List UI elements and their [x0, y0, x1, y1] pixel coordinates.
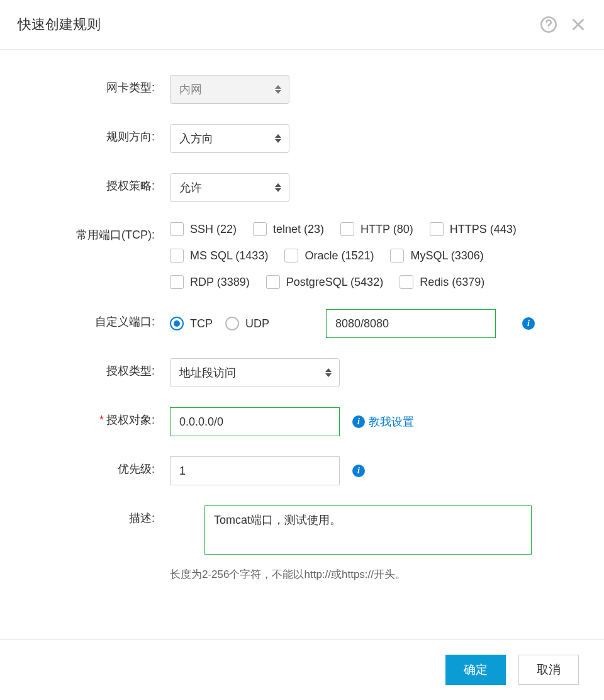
- row-custom-port: 自定义端口: TCP UDP i: [0, 309, 566, 338]
- dialog-footer: 确定 取消: [0, 639, 604, 700]
- checkbox-label: PostgreSQL (5432): [286, 276, 383, 289]
- quick-create-rule-dialog: 快速创建规则 网卡类型: 内网 规则: [0, 0, 604, 700]
- label-direction: 规则方向:: [0, 124, 170, 149]
- row-direction: 规则方向: 入方向: [0, 124, 566, 153]
- select-nic-type: 内网: [170, 75, 289, 104]
- label-auth-type: 授权类型:: [0, 358, 170, 383]
- chevron-updown-icon: [275, 85, 281, 94]
- checkbox-https-443[interactable]: HTTPS (443): [430, 222, 517, 236]
- checkbox-redis-6379[interactable]: Redis (6379): [400, 275, 484, 289]
- label-nic-type: 网卡类型:: [0, 75, 170, 100]
- link-teach-me[interactable]: i 教我设置: [352, 414, 414, 429]
- checkbox-telnet-23[interactable]: telnet (23): [253, 222, 324, 236]
- input-auth-target[interactable]: [170, 407, 340, 436]
- checkbox-label: HTTP (80): [361, 223, 413, 236]
- select-policy[interactable]: 允许: [170, 173, 289, 202]
- checkbox-mssql-1433[interactable]: MS SQL (1433): [170, 249, 268, 262]
- checkbox-oracle-1521[interactable]: Oracle (1521): [284, 249, 374, 262]
- radio-tcp[interactable]: TCP: [170, 317, 213, 330]
- checkbox-label: Oracle (1521): [305, 249, 374, 262]
- label-policy: 授权策略:: [0, 173, 170, 198]
- checkbox-label: SSH (22): [190, 223, 237, 236]
- checkbox-mysql-3306[interactable]: MySQL (3306): [390, 249, 483, 262]
- input-custom-port[interactable]: [326, 309, 496, 338]
- checkbox-label: MS SQL (1433): [190, 249, 268, 262]
- chevron-updown-icon: [275, 183, 281, 192]
- radio-udp-label: UDP: [245, 317, 269, 330]
- cancel-button[interactable]: 取消: [518, 655, 579, 685]
- checkbox-label: Redis (6379): [420, 276, 484, 289]
- chevron-updown-icon: [325, 368, 332, 377]
- row-common-ports: 常用端口(TCP): SSH (22) telnet (23) HTTP (80…: [0, 222, 566, 289]
- select-auth-type-value: 地址段访问: [179, 365, 236, 380]
- info-icon: i: [352, 415, 365, 428]
- form-body: 网卡类型: 内网 规则方向: 入方向: [0, 50, 604, 639]
- label-auth-target: *授权对象:: [0, 407, 170, 432]
- checkbox-ssh-22[interactable]: SSH (22): [170, 222, 237, 236]
- select-nic-type-value: 内网: [179, 82, 202, 97]
- checkbox-rdp-3389[interactable]: RDP (3389): [170, 275, 250, 289]
- checkbox-http-80[interactable]: HTTP (80): [340, 222, 413, 236]
- row-policy: 授权策略: 允许: [0, 173, 566, 202]
- header-actions: [540, 16, 586, 33]
- checkbox-label: telnet (23): [273, 223, 324, 236]
- chevron-updown-icon: [275, 134, 281, 143]
- dialog-title: 快速创建规则: [18, 15, 101, 34]
- row-auth-target: *授权对象: i 教我设置: [0, 407, 566, 436]
- dialog-header: 快速创建规则: [0, 0, 604, 50]
- label-description: 描述:: [0, 505, 170, 531]
- row-nic-type: 网卡类型: 内网: [0, 75, 566, 104]
- checkbox-label: MySQL (3306): [410, 249, 483, 262]
- checkbox-label: RDP (3389): [190, 276, 250, 289]
- row-description: 描述: 长度为2-256个字符，不能以http://或https://开头。: [0, 505, 566, 582]
- label-common-ports: 常用端口(TCP):: [0, 222, 170, 247]
- radio-tcp-label: TCP: [190, 317, 213, 330]
- row-auth-type: 授权类型: 地址段访问: [0, 358, 566, 387]
- checkbox-postgresql-5432[interactable]: PostgreSQL (5432): [266, 275, 383, 289]
- select-policy-value: 允许: [179, 180, 202, 195]
- select-direction[interactable]: 入方向: [170, 124, 289, 153]
- label-priority: 优先级:: [0, 456, 170, 482]
- checkbox-label: HTTPS (443): [450, 223, 517, 236]
- select-auth-type[interactable]: 地址段访问: [170, 358, 340, 387]
- info-icon[interactable]: i: [522, 317, 535, 330]
- label-custom-port: 自定义端口:: [0, 309, 170, 334]
- close-icon[interactable]: [570, 16, 586, 33]
- link-teach-me-label: 教我设置: [369, 414, 414, 429]
- svg-point-1: [548, 28, 549, 29]
- select-direction-value: 入方向: [179, 131, 213, 146]
- info-icon[interactable]: i: [352, 465, 365, 477]
- description-hint: 长度为2-256个字符，不能以http://或https://开头。: [170, 567, 566, 582]
- help-icon[interactable]: [540, 16, 557, 33]
- input-priority[interactable]: [170, 456, 340, 485]
- radio-udp[interactable]: UDP: [225, 317, 269, 330]
- confirm-button[interactable]: 确定: [445, 655, 506, 685]
- row-priority: 优先级: i: [0, 456, 566, 485]
- textarea-description[interactable]: [204, 505, 532, 555]
